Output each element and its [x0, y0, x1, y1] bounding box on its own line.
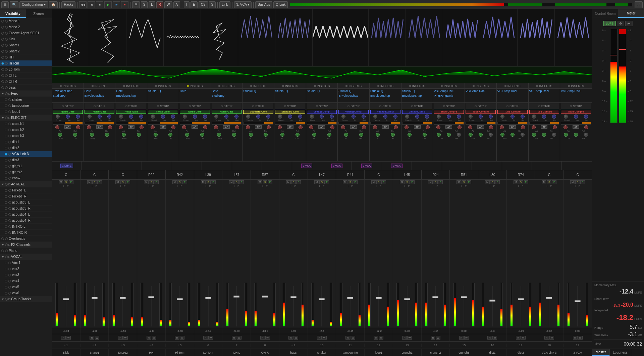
knob-atk-5[interactable]: [182, 125, 186, 129]
w-btn-14[interactable]: W: [436, 336, 440, 340]
e-btn-19[interactable]: E: [580, 180, 585, 184]
e-btn-11[interactable]: E: [353, 180, 358, 184]
knob-atk-16[interactable]: [532, 125, 536, 129]
strip-af-btn-3[interactable]: AF: [128, 125, 135, 129]
track-item-dist1[interactable]: dist1: [0, 139, 52, 145]
fader-handle-5[interactable]: [177, 298, 183, 300]
r-btn-4[interactable]: R: [147, 336, 151, 340]
knob-atk-8[interactable]: [278, 125, 282, 129]
track-item-bass[interactable]: bass: [0, 85, 52, 91]
knob-q-8[interactable]: [296, 133, 300, 137]
w-btn-1[interactable]: W: [66, 336, 71, 340]
knob-mix-14[interactable]: [489, 133, 493, 137]
vca-btn[interactable]: 3. VCA ▾: [234, 1, 252, 8]
insert-slot-11-1[interactable]: StudioEQ: [370, 89, 401, 93]
solo-btn-4[interactable]: S: [149, 180, 154, 184]
track-item-snare2[interactable]: Snare2: [0, 48, 52, 54]
knob-freq-17[interactable]: [564, 133, 568, 137]
strip-af-btn-12[interactable]: AF: [414, 125, 421, 129]
channel-pan-12[interactable]: C: [365, 170, 393, 179]
r-btn-16[interactable]: R: [487, 336, 492, 340]
knob-freq-4[interactable]: [154, 133, 158, 137]
r-btn-7[interactable]: R: [232, 336, 236, 340]
fader-handle-11[interactable]: [347, 297, 353, 299]
solo-btn-13[interactable]: S: [405, 180, 410, 184]
knob-freq-10[interactable]: [344, 133, 348, 137]
strip-af-btn-13[interactable]: AF: [445, 125, 452, 129]
knob-att-5[interactable]: [193, 115, 197, 119]
transport-rewind[interactable]: ◀: [88, 1, 95, 8]
knob-rl-6[interactable]: [235, 125, 239, 129]
knob-q-2[interactable]: [105, 133, 109, 137]
strip-af-btn-9[interactable]: AF: [318, 125, 325, 129]
knob-att-6[interactable]: [224, 115, 228, 119]
e-btn-17[interactable]: E: [524, 180, 528, 184]
w-btn-8[interactable]: W: [265, 336, 270, 340]
knob-thresh-2[interactable]: [88, 115, 92, 119]
strip-plugin-9[interactable]: VintageCompi: [307, 110, 337, 114]
channel-pan-5[interactable]: R42: [166, 170, 194, 179]
mute-btn-19[interactable]: M: [570, 180, 575, 184]
transport-rewind2[interactable]: ◀◀: [79, 1, 87, 8]
knob-rl-16[interactable]: [553, 125, 557, 129]
knob-att-15[interactable]: [511, 115, 515, 119]
insert-slot-8-1[interactable]: StudioEQ: [274, 89, 306, 93]
channel-num-16[interactable]: 16: [478, 344, 507, 347]
mute-btn-9[interactable]: M: [286, 180, 291, 184]
channel-num-11[interactable]: 11: [336, 344, 365, 347]
home-btn[interactable]: 🏠: [49, 1, 58, 8]
w-btn-17[interactable]: W: [521, 336, 526, 340]
fader-handle-15[interactable]: [461, 296, 467, 298]
strip-af-btn-8[interactable]: AF: [287, 125, 293, 129]
insert-slot-16-1[interactable]: VST Amp Raci: [529, 89, 560, 93]
link-btn[interactable]: Link: [219, 1, 230, 8]
knob-freq-3[interactable]: [122, 133, 126, 137]
mute-btn-7[interactable]: M: [229, 180, 234, 184]
knob-att-1[interactable]: [66, 115, 70, 119]
channel-pan-6[interactable]: L39: [194, 170, 223, 179]
track-item-oh-l[interactable]: OH L: [0, 73, 52, 79]
solo-btn-16[interactable]: S: [490, 180, 495, 184]
knob-att-7[interactable]: [256, 115, 260, 119]
mode-m[interactable]: M: [132, 1, 140, 8]
track-item-vox3[interactable]: vox3: [0, 272, 52, 278]
r-btn-11[interactable]: R: [345, 336, 350, 340]
w-btn-19[interactable]: W: [578, 336, 583, 340]
mute-btn-17[interactable]: M: [514, 180, 518, 184]
w-btn-16[interactable]: W: [492, 336, 497, 340]
mute-btn-1[interactable]: M: [59, 180, 63, 184]
knob-rl-11[interactable]: [394, 125, 398, 129]
channel-name-bottom-10[interactable]: shaker: [308, 349, 336, 356]
channel-pan-19[interactable]: C: [564, 170, 592, 179]
knob-rel-14[interactable]: [489, 115, 493, 119]
strip-plugin-1[interactable]: Noise Gate: [53, 110, 83, 114]
channel-pan-1[interactable]: C: [52, 170, 80, 179]
knob-rl-2[interactable]: [108, 125, 112, 129]
sect-e[interactable]: E: [191, 1, 198, 8]
track-item-git_fx2[interactable]: git_fx2: [0, 169, 52, 175]
channel-pan-15[interactable]: R51: [450, 170, 478, 179]
e-btn-4[interactable]: E: [154, 180, 159, 184]
knob-q-17[interactable]: [574, 133, 578, 137]
mute-btn-13[interactable]: M: [400, 180, 405, 184]
e-btn-2[interactable]: E: [97, 180, 102, 184]
strip-plugin-12[interactable]: VintageCompi: [402, 110, 432, 114]
track-item-vox6[interactable]: vox6: [0, 290, 52, 296]
knob-rel-9[interactable]: [330, 115, 334, 119]
knob-att-2[interactable]: [98, 115, 102, 119]
racks-btn[interactable]: Racks: [61, 1, 75, 8]
track-item-kick[interactable]: Kick: [0, 36, 52, 42]
transport-stop[interactable]: ■: [96, 1, 103, 8]
knob-q-6[interactable]: [232, 133, 236, 137]
fader-handle-9[interactable]: [290, 296, 297, 298]
mute-btn-14[interactable]: M: [428, 180, 433, 184]
track-item-vox2[interactable]: vox2: [0, 266, 52, 272]
track-item-vocal[interactable]: ▼ VOCAL: [0, 254, 52, 260]
knob-freq-5[interactable]: [185, 133, 189, 137]
e-btn-12[interactable]: E: [381, 180, 386, 184]
channel-name-bottom-2[interactable]: Snare1: [80, 349, 109, 356]
mode-s[interactable]: S: [141, 1, 148, 8]
track-item-vox5[interactable]: vox5: [0, 284, 52, 290]
fader-handle-10[interactable]: [319, 298, 325, 300]
e-btn-1[interactable]: E: [69, 180, 73, 184]
